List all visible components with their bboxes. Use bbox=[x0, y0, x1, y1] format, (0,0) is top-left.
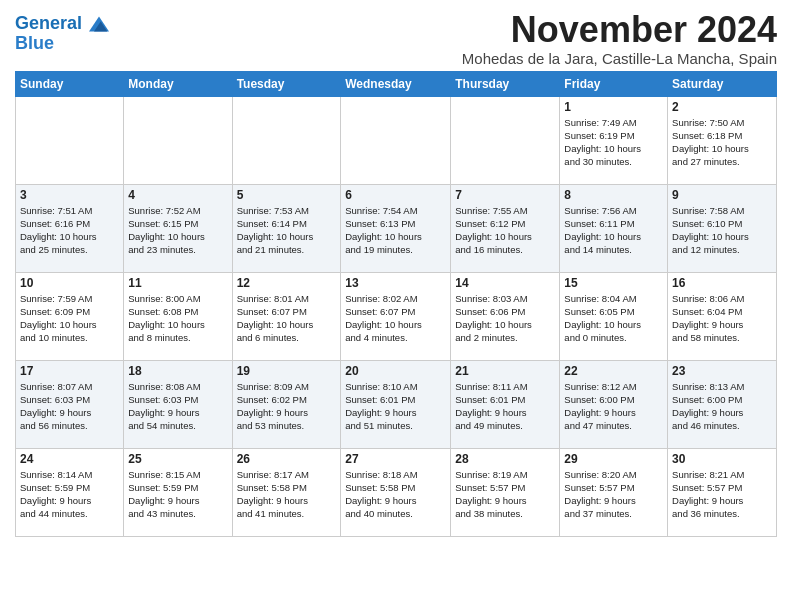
day-info: Sunrise: 8:17 AM Sunset: 5:58 PM Dayligh… bbox=[237, 468, 337, 521]
page-header: General Blue November 2024 Mohedas de la… bbox=[15, 10, 777, 67]
calendar-cell: 25Sunrise: 8:15 AM Sunset: 5:59 PM Dayli… bbox=[124, 448, 232, 536]
calendar-cell: 17Sunrise: 8:07 AM Sunset: 6:03 PM Dayli… bbox=[16, 360, 124, 448]
calendar-cell: 3Sunrise: 7:51 AM Sunset: 6:16 PM Daylig… bbox=[16, 184, 124, 272]
day-info: Sunrise: 8:08 AM Sunset: 6:03 PM Dayligh… bbox=[128, 380, 227, 433]
location-title: Mohedas de la Jara, Castille-La Mancha, … bbox=[462, 50, 777, 67]
week-row-5: 24Sunrise: 8:14 AM Sunset: 5:59 PM Dayli… bbox=[16, 448, 777, 536]
weekday-header-thursday: Thursday bbox=[451, 71, 560, 96]
day-info: Sunrise: 8:21 AM Sunset: 5:57 PM Dayligh… bbox=[672, 468, 772, 521]
calendar-cell: 14Sunrise: 8:03 AM Sunset: 6:06 PM Dayli… bbox=[451, 272, 560, 360]
calendar-cell: 5Sunrise: 7:53 AM Sunset: 6:14 PM Daylig… bbox=[232, 184, 341, 272]
day-number: 27 bbox=[345, 452, 446, 466]
day-info: Sunrise: 7:58 AM Sunset: 6:10 PM Dayligh… bbox=[672, 204, 772, 257]
day-number: 17 bbox=[20, 364, 119, 378]
day-info: Sunrise: 8:11 AM Sunset: 6:01 PM Dayligh… bbox=[455, 380, 555, 433]
calendar-cell: 6Sunrise: 7:54 AM Sunset: 6:13 PM Daylig… bbox=[341, 184, 451, 272]
calendar-cell: 19Sunrise: 8:09 AM Sunset: 6:02 PM Dayli… bbox=[232, 360, 341, 448]
day-number: 21 bbox=[455, 364, 555, 378]
day-info: Sunrise: 7:56 AM Sunset: 6:11 PM Dayligh… bbox=[564, 204, 663, 257]
logo-text: General bbox=[15, 14, 109, 34]
day-number: 10 bbox=[20, 276, 119, 290]
week-row-4: 17Sunrise: 8:07 AM Sunset: 6:03 PM Dayli… bbox=[16, 360, 777, 448]
day-number: 8 bbox=[564, 188, 663, 202]
calendar-cell: 22Sunrise: 8:12 AM Sunset: 6:00 PM Dayli… bbox=[560, 360, 668, 448]
day-info: Sunrise: 7:54 AM Sunset: 6:13 PM Dayligh… bbox=[345, 204, 446, 257]
day-info: Sunrise: 8:14 AM Sunset: 5:59 PM Dayligh… bbox=[20, 468, 119, 521]
day-info: Sunrise: 7:51 AM Sunset: 6:16 PM Dayligh… bbox=[20, 204, 119, 257]
day-info: Sunrise: 8:01 AM Sunset: 6:07 PM Dayligh… bbox=[237, 292, 337, 345]
logo-blue-text: Blue bbox=[15, 34, 109, 54]
weekday-header-friday: Friday bbox=[560, 71, 668, 96]
day-number: 18 bbox=[128, 364, 227, 378]
day-number: 11 bbox=[128, 276, 227, 290]
day-number: 26 bbox=[237, 452, 337, 466]
calendar-cell: 13Sunrise: 8:02 AM Sunset: 6:07 PM Dayli… bbox=[341, 272, 451, 360]
day-number: 12 bbox=[237, 276, 337, 290]
calendar-cell: 15Sunrise: 8:04 AM Sunset: 6:05 PM Dayli… bbox=[560, 272, 668, 360]
day-number: 1 bbox=[564, 100, 663, 114]
day-number: 25 bbox=[128, 452, 227, 466]
calendar-cell bbox=[341, 96, 451, 184]
calendar-cell: 12Sunrise: 8:01 AM Sunset: 6:07 PM Dayli… bbox=[232, 272, 341, 360]
day-number: 9 bbox=[672, 188, 772, 202]
day-number: 28 bbox=[455, 452, 555, 466]
weekday-header-saturday: Saturday bbox=[668, 71, 777, 96]
day-info: Sunrise: 8:20 AM Sunset: 5:57 PM Dayligh… bbox=[564, 468, 663, 521]
calendar-cell: 30Sunrise: 8:21 AM Sunset: 5:57 PM Dayli… bbox=[668, 448, 777, 536]
calendar-cell: 23Sunrise: 8:13 AM Sunset: 6:00 PM Dayli… bbox=[668, 360, 777, 448]
day-info: Sunrise: 8:06 AM Sunset: 6:04 PM Dayligh… bbox=[672, 292, 772, 345]
day-info: Sunrise: 8:13 AM Sunset: 6:00 PM Dayligh… bbox=[672, 380, 772, 433]
weekday-header-tuesday: Tuesday bbox=[232, 71, 341, 96]
calendar-cell: 27Sunrise: 8:18 AM Sunset: 5:58 PM Dayli… bbox=[341, 448, 451, 536]
calendar-cell: 21Sunrise: 8:11 AM Sunset: 6:01 PM Dayli… bbox=[451, 360, 560, 448]
day-info: Sunrise: 8:04 AM Sunset: 6:05 PM Dayligh… bbox=[564, 292, 663, 345]
logo: General Blue bbox=[15, 14, 109, 54]
day-info: Sunrise: 8:09 AM Sunset: 6:02 PM Dayligh… bbox=[237, 380, 337, 433]
day-info: Sunrise: 7:55 AM Sunset: 6:12 PM Dayligh… bbox=[455, 204, 555, 257]
day-number: 5 bbox=[237, 188, 337, 202]
day-info: Sunrise: 8:00 AM Sunset: 6:08 PM Dayligh… bbox=[128, 292, 227, 345]
day-number: 13 bbox=[345, 276, 446, 290]
calendar-cell: 24Sunrise: 8:14 AM Sunset: 5:59 PM Dayli… bbox=[16, 448, 124, 536]
calendar-cell: 26Sunrise: 8:17 AM Sunset: 5:58 PM Dayli… bbox=[232, 448, 341, 536]
day-info: Sunrise: 7:52 AM Sunset: 6:15 PM Dayligh… bbox=[128, 204, 227, 257]
calendar-cell bbox=[232, 96, 341, 184]
week-row-3: 10Sunrise: 7:59 AM Sunset: 6:09 PM Dayli… bbox=[16, 272, 777, 360]
calendar-cell: 1Sunrise: 7:49 AM Sunset: 6:19 PM Daylig… bbox=[560, 96, 668, 184]
calendar-cell: 29Sunrise: 8:20 AM Sunset: 5:57 PM Dayli… bbox=[560, 448, 668, 536]
day-number: 2 bbox=[672, 100, 772, 114]
calendar-cell: 9Sunrise: 7:58 AM Sunset: 6:10 PM Daylig… bbox=[668, 184, 777, 272]
day-number: 19 bbox=[237, 364, 337, 378]
day-number: 15 bbox=[564, 276, 663, 290]
calendar-cell: 8Sunrise: 7:56 AM Sunset: 6:11 PM Daylig… bbox=[560, 184, 668, 272]
weekday-header-sunday: Sunday bbox=[16, 71, 124, 96]
calendar-cell: 11Sunrise: 8:00 AM Sunset: 6:08 PM Dayli… bbox=[124, 272, 232, 360]
calendar-cell: 16Sunrise: 8:06 AM Sunset: 6:04 PM Dayli… bbox=[668, 272, 777, 360]
calendar-cell: 28Sunrise: 8:19 AM Sunset: 5:57 PM Dayli… bbox=[451, 448, 560, 536]
calendar-cell: 7Sunrise: 7:55 AM Sunset: 6:12 PM Daylig… bbox=[451, 184, 560, 272]
day-number: 22 bbox=[564, 364, 663, 378]
weekday-header-wednesday: Wednesday bbox=[341, 71, 451, 96]
day-number: 23 bbox=[672, 364, 772, 378]
day-number: 29 bbox=[564, 452, 663, 466]
calendar-cell: 20Sunrise: 8:10 AM Sunset: 6:01 PM Dayli… bbox=[341, 360, 451, 448]
calendar-cell bbox=[124, 96, 232, 184]
day-number: 4 bbox=[128, 188, 227, 202]
day-info: Sunrise: 8:10 AM Sunset: 6:01 PM Dayligh… bbox=[345, 380, 446, 433]
day-number: 30 bbox=[672, 452, 772, 466]
calendar-cell: 2Sunrise: 7:50 AM Sunset: 6:18 PM Daylig… bbox=[668, 96, 777, 184]
day-info: Sunrise: 8:19 AM Sunset: 5:57 PM Dayligh… bbox=[455, 468, 555, 521]
week-row-1: 1Sunrise: 7:49 AM Sunset: 6:19 PM Daylig… bbox=[16, 96, 777, 184]
calendar-cell bbox=[16, 96, 124, 184]
day-info: Sunrise: 8:03 AM Sunset: 6:06 PM Dayligh… bbox=[455, 292, 555, 345]
day-number: 20 bbox=[345, 364, 446, 378]
day-number: 6 bbox=[345, 188, 446, 202]
day-number: 7 bbox=[455, 188, 555, 202]
day-info: Sunrise: 7:59 AM Sunset: 6:09 PM Dayligh… bbox=[20, 292, 119, 345]
day-info: Sunrise: 8:15 AM Sunset: 5:59 PM Dayligh… bbox=[128, 468, 227, 521]
calendar-cell: 10Sunrise: 7:59 AM Sunset: 6:09 PM Dayli… bbox=[16, 272, 124, 360]
calendar-table: SundayMondayTuesdayWednesdayThursdayFrid… bbox=[15, 71, 777, 537]
day-info: Sunrise: 8:02 AM Sunset: 6:07 PM Dayligh… bbox=[345, 292, 446, 345]
day-info: Sunrise: 7:53 AM Sunset: 6:14 PM Dayligh… bbox=[237, 204, 337, 257]
calendar-cell: 18Sunrise: 8:08 AM Sunset: 6:03 PM Dayli… bbox=[124, 360, 232, 448]
